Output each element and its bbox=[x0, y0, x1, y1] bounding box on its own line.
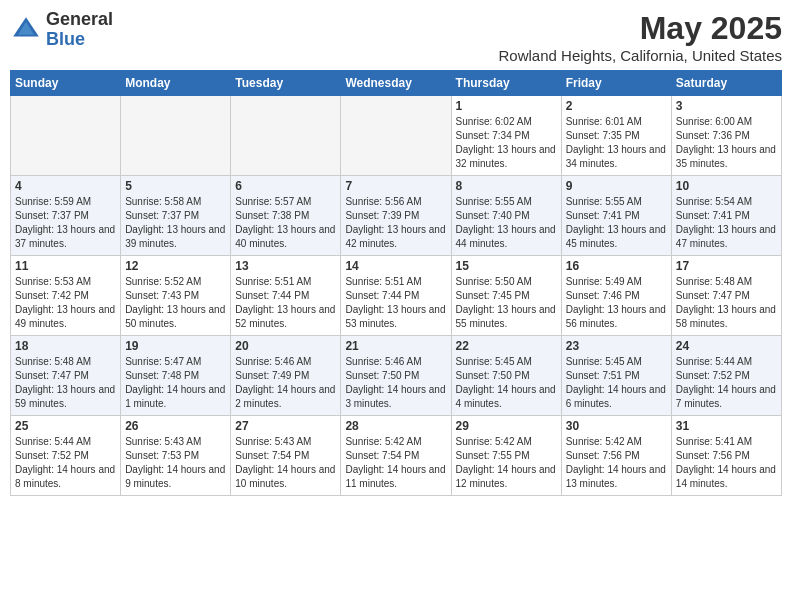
day-info: Sunrise: 5:49 AMSunset: 7:46 PMDaylight:… bbox=[566, 275, 667, 331]
calendar-cell: 25Sunrise: 5:44 AMSunset: 7:52 PMDayligh… bbox=[11, 416, 121, 496]
day-number: 29 bbox=[456, 419, 557, 433]
day-info: Sunrise: 5:41 AMSunset: 7:56 PMDaylight:… bbox=[676, 435, 777, 491]
day-number: 2 bbox=[566, 99, 667, 113]
day-info: Sunrise: 5:52 AMSunset: 7:43 PMDaylight:… bbox=[125, 275, 226, 331]
day-info: Sunrise: 5:45 AMSunset: 7:50 PMDaylight:… bbox=[456, 355, 557, 411]
day-info: Sunrise: 5:45 AMSunset: 7:51 PMDaylight:… bbox=[566, 355, 667, 411]
calendar-cell: 29Sunrise: 5:42 AMSunset: 7:55 PMDayligh… bbox=[451, 416, 561, 496]
calendar-cell: 9Sunrise: 5:55 AMSunset: 7:41 PMDaylight… bbox=[561, 176, 671, 256]
day-number: 16 bbox=[566, 259, 667, 273]
logo-icon bbox=[10, 14, 42, 46]
day-number: 24 bbox=[676, 339, 777, 353]
calendar-cell: 19Sunrise: 5:47 AMSunset: 7:48 PMDayligh… bbox=[121, 336, 231, 416]
day-number: 4 bbox=[15, 179, 116, 193]
calendar-cell: 3Sunrise: 6:00 AMSunset: 7:36 PMDaylight… bbox=[671, 96, 781, 176]
day-info: Sunrise: 6:01 AMSunset: 7:35 PMDaylight:… bbox=[566, 115, 667, 171]
weekday-header-monday: Monday bbox=[121, 71, 231, 96]
weekday-header-thursday: Thursday bbox=[451, 71, 561, 96]
day-number: 19 bbox=[125, 339, 226, 353]
day-info: Sunrise: 5:44 AMSunset: 7:52 PMDaylight:… bbox=[15, 435, 116, 491]
day-info: Sunrise: 5:47 AMSunset: 7:48 PMDaylight:… bbox=[125, 355, 226, 411]
day-number: 28 bbox=[345, 419, 446, 433]
calendar-cell: 8Sunrise: 5:55 AMSunset: 7:40 PMDaylight… bbox=[451, 176, 561, 256]
calendar-week-row: 11Sunrise: 5:53 AMSunset: 7:42 PMDayligh… bbox=[11, 256, 782, 336]
calendar-week-row: 18Sunrise: 5:48 AMSunset: 7:47 PMDayligh… bbox=[11, 336, 782, 416]
calendar-cell: 11Sunrise: 5:53 AMSunset: 7:42 PMDayligh… bbox=[11, 256, 121, 336]
day-number: 27 bbox=[235, 419, 336, 433]
day-info: Sunrise: 5:55 AMSunset: 7:41 PMDaylight:… bbox=[566, 195, 667, 251]
logo-blue-text: Blue bbox=[46, 30, 113, 50]
calendar-cell: 4Sunrise: 5:59 AMSunset: 7:37 PMDaylight… bbox=[11, 176, 121, 256]
calendar-cell: 31Sunrise: 5:41 AMSunset: 7:56 PMDayligh… bbox=[671, 416, 781, 496]
day-info: Sunrise: 5:58 AMSunset: 7:37 PMDaylight:… bbox=[125, 195, 226, 251]
day-info: Sunrise: 6:02 AMSunset: 7:34 PMDaylight:… bbox=[456, 115, 557, 171]
calendar-cell: 2Sunrise: 6:01 AMSunset: 7:35 PMDaylight… bbox=[561, 96, 671, 176]
calendar-cell: 21Sunrise: 5:46 AMSunset: 7:50 PMDayligh… bbox=[341, 336, 451, 416]
day-info: Sunrise: 5:51 AMSunset: 7:44 PMDaylight:… bbox=[345, 275, 446, 331]
day-info: Sunrise: 5:48 AMSunset: 7:47 PMDaylight:… bbox=[676, 275, 777, 331]
calendar-cell: 15Sunrise: 5:50 AMSunset: 7:45 PMDayligh… bbox=[451, 256, 561, 336]
logo-general-text: General bbox=[46, 10, 113, 30]
calendar-cell: 7Sunrise: 5:56 AMSunset: 7:39 PMDaylight… bbox=[341, 176, 451, 256]
day-number: 5 bbox=[125, 179, 226, 193]
calendar-cell: 6Sunrise: 5:57 AMSunset: 7:38 PMDaylight… bbox=[231, 176, 341, 256]
calendar-cell: 27Sunrise: 5:43 AMSunset: 7:54 PMDayligh… bbox=[231, 416, 341, 496]
day-number: 30 bbox=[566, 419, 667, 433]
calendar-cell bbox=[121, 96, 231, 176]
day-number: 9 bbox=[566, 179, 667, 193]
day-info: Sunrise: 5:46 AMSunset: 7:49 PMDaylight:… bbox=[235, 355, 336, 411]
day-info: Sunrise: 5:42 AMSunset: 7:54 PMDaylight:… bbox=[345, 435, 446, 491]
calendar-cell: 14Sunrise: 5:51 AMSunset: 7:44 PMDayligh… bbox=[341, 256, 451, 336]
weekday-header-wednesday: Wednesday bbox=[341, 71, 451, 96]
day-number: 6 bbox=[235, 179, 336, 193]
day-info: Sunrise: 5:43 AMSunset: 7:53 PMDaylight:… bbox=[125, 435, 226, 491]
day-info: Sunrise: 5:42 AMSunset: 7:56 PMDaylight:… bbox=[566, 435, 667, 491]
day-number: 18 bbox=[15, 339, 116, 353]
weekday-header-row: SundayMondayTuesdayWednesdayThursdayFrid… bbox=[11, 71, 782, 96]
day-info: Sunrise: 5:54 AMSunset: 7:41 PMDaylight:… bbox=[676, 195, 777, 251]
day-info: Sunrise: 5:48 AMSunset: 7:47 PMDaylight:… bbox=[15, 355, 116, 411]
day-number: 1 bbox=[456, 99, 557, 113]
weekday-header-friday: Friday bbox=[561, 71, 671, 96]
calendar-week-row: 4Sunrise: 5:59 AMSunset: 7:37 PMDaylight… bbox=[11, 176, 782, 256]
calendar-cell: 26Sunrise: 5:43 AMSunset: 7:53 PMDayligh… bbox=[121, 416, 231, 496]
calendar-week-row: 25Sunrise: 5:44 AMSunset: 7:52 PMDayligh… bbox=[11, 416, 782, 496]
calendar-cell: 5Sunrise: 5:58 AMSunset: 7:37 PMDaylight… bbox=[121, 176, 231, 256]
day-number: 23 bbox=[566, 339, 667, 353]
month-title: May 2025 bbox=[499, 10, 782, 47]
day-number: 31 bbox=[676, 419, 777, 433]
calendar-cell bbox=[11, 96, 121, 176]
day-info: Sunrise: 5:50 AMSunset: 7:45 PMDaylight:… bbox=[456, 275, 557, 331]
calendar-cell: 10Sunrise: 5:54 AMSunset: 7:41 PMDayligh… bbox=[671, 176, 781, 256]
calendar-cell: 1Sunrise: 6:02 AMSunset: 7:34 PMDaylight… bbox=[451, 96, 561, 176]
weekday-header-saturday: Saturday bbox=[671, 71, 781, 96]
day-number: 13 bbox=[235, 259, 336, 273]
calendar-cell: 28Sunrise: 5:42 AMSunset: 7:54 PMDayligh… bbox=[341, 416, 451, 496]
calendar-cell: 30Sunrise: 5:42 AMSunset: 7:56 PMDayligh… bbox=[561, 416, 671, 496]
calendar-cell: 13Sunrise: 5:51 AMSunset: 7:44 PMDayligh… bbox=[231, 256, 341, 336]
calendar-week-row: 1Sunrise: 6:02 AMSunset: 7:34 PMDaylight… bbox=[11, 96, 782, 176]
day-info: Sunrise: 5:59 AMSunset: 7:37 PMDaylight:… bbox=[15, 195, 116, 251]
calendar-cell bbox=[341, 96, 451, 176]
day-number: 21 bbox=[345, 339, 446, 353]
day-info: Sunrise: 6:00 AMSunset: 7:36 PMDaylight:… bbox=[676, 115, 777, 171]
day-number: 17 bbox=[676, 259, 777, 273]
day-info: Sunrise: 5:43 AMSunset: 7:54 PMDaylight:… bbox=[235, 435, 336, 491]
day-info: Sunrise: 5:42 AMSunset: 7:55 PMDaylight:… bbox=[456, 435, 557, 491]
day-info: Sunrise: 5:57 AMSunset: 7:38 PMDaylight:… bbox=[235, 195, 336, 251]
location-title: Rowland Heights, California, United Stat… bbox=[499, 47, 782, 64]
calendar-cell: 16Sunrise: 5:49 AMSunset: 7:46 PMDayligh… bbox=[561, 256, 671, 336]
day-info: Sunrise: 5:55 AMSunset: 7:40 PMDaylight:… bbox=[456, 195, 557, 251]
day-number: 25 bbox=[15, 419, 116, 433]
calendar-cell: 12Sunrise: 5:52 AMSunset: 7:43 PMDayligh… bbox=[121, 256, 231, 336]
title-block: May 2025 Rowland Heights, California, Un… bbox=[499, 10, 782, 64]
logo: General Blue bbox=[10, 10, 113, 50]
day-info: Sunrise: 5:44 AMSunset: 7:52 PMDaylight:… bbox=[676, 355, 777, 411]
weekday-header-sunday: Sunday bbox=[11, 71, 121, 96]
calendar-table: SundayMondayTuesdayWednesdayThursdayFrid… bbox=[10, 70, 782, 496]
day-number: 15 bbox=[456, 259, 557, 273]
day-number: 14 bbox=[345, 259, 446, 273]
day-number: 8 bbox=[456, 179, 557, 193]
day-number: 11 bbox=[15, 259, 116, 273]
day-number: 12 bbox=[125, 259, 226, 273]
